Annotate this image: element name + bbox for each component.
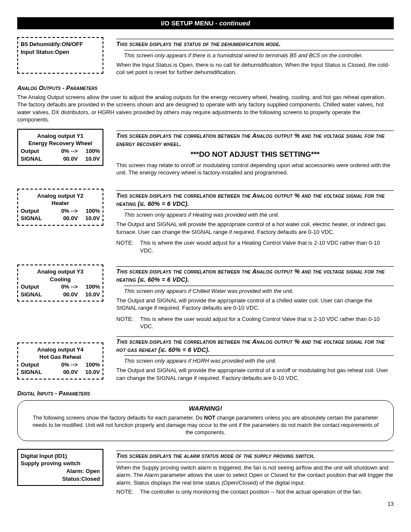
lcd-line: Status:Closed <box>21 475 100 483</box>
lcd-cell: 00.0V <box>53 155 78 163</box>
lcd-line: Supply proving switch <box>21 460 100 467</box>
section-heading: This screen displays the status of the d… <box>116 40 394 48</box>
warning-text: The following screens show the factory d… <box>33 415 204 421</box>
note-text: This is where the user would adjust for … <box>140 315 394 330</box>
italic-note: This screen only appears if there is a h… <box>124 52 394 59</box>
lcd-cell: Output <box>21 147 53 155</box>
section-heading: This screen displays the correlation bet… <box>116 268 394 284</box>
id1-description: This screen displays the alarm status mo… <box>116 449 394 496</box>
italic-note: This screen only appears if Heating was … <box>124 211 394 219</box>
lcd-cell: 0% --> <box>53 361 78 369</box>
note-label: NOTE: <box>116 315 140 330</box>
lcd-cell: 10.0V <box>78 155 100 163</box>
lcd-line: Input Status:Open <box>21 48 100 56</box>
b5-description: This screen displays the status of the d… <box>116 37 394 78</box>
italic-note: This screen only appears if HGRH was pro… <box>124 357 394 365</box>
body-text: When the Supply proving switch alarm is … <box>116 464 394 487</box>
lcd-cell: 100% <box>78 361 100 369</box>
body-text: The Output and SIGNAL will provide the a… <box>116 221 394 236</box>
analog-intro: The Analog Output screens allow the user… <box>17 93 394 124</box>
lcd-b5-dehumidify: B5 Dehumidify:ON/OFF Input Status:Open <box>17 37 103 74</box>
warning-box: WARNING! The following screens show the … <box>17 400 394 441</box>
body-text: This screen may relate to on/off or modu… <box>116 162 394 177</box>
lcd-y2-heater: Analog output Y2 Heater Output 0% --> 10… <box>17 189 103 226</box>
lcd-line: Digital Input (ID1) <box>21 452 100 460</box>
lcd-cell: 10.0V <box>78 291 100 299</box>
lcd-cell: 10.0V <box>78 215 100 222</box>
lcd-cell: 100% <box>78 207 100 215</box>
lcd-cell: 0% --> <box>53 207 78 215</box>
lcd-line: Alarm: Open <box>21 467 100 475</box>
lcd-title: Analog output Y2 <box>21 192 100 200</box>
lcd-cell: SIGNAL <box>21 368 53 376</box>
lcd-cell: Output <box>21 361 53 369</box>
section-heading: This screen displays the correlation bet… <box>116 192 394 208</box>
lcd-cell: SIGNAL <box>21 215 53 222</box>
lcd-subtitle: Hot Gas Reheat <box>21 353 100 361</box>
y4-description: This screen displays the correlation bet… <box>116 335 394 383</box>
lcd-line: B5 Dehumidify:ON/OFF <box>21 40 100 48</box>
body-text: When the Input Status is Open, there is … <box>116 61 394 76</box>
lcd-cell: Output <box>21 283 53 291</box>
y3-description: This screen displays the correlation bet… <box>116 264 394 330</box>
section-heading: This screen displays the alarm status mo… <box>116 452 394 460</box>
lcd-cell: 10.0V <box>78 368 100 376</box>
body-text: The Output and SIGNAL will provide the a… <box>116 367 394 382</box>
note-label: NOTE: <box>116 239 140 254</box>
lcd-subtitle: Energy Recovery Wheel <box>21 140 100 147</box>
lcd-title: Analog output Y3 <box>21 268 100 276</box>
lcd-title: Analog output Y4 <box>21 346 100 354</box>
lcd-cell: 00.0V <box>53 291 78 299</box>
lcd-id1-supply-proving: Digital Input (ID1) Supply proving switc… <box>17 449 103 486</box>
note-label: NOTE: <box>116 488 140 496</box>
lcd-title: Analog output Y1 <box>21 132 100 140</box>
warning-not: NOT <box>204 415 215 421</box>
lcd-subtitle: Heater <box>21 199 100 207</box>
italic-note: This screen only appears if Chilled Wate… <box>124 287 394 295</box>
section-heading: This screen displays the correlation bet… <box>116 132 394 148</box>
page-title-continued: - continued <box>214 19 250 27</box>
lcd-cell: 0% --> <box>53 147 78 155</box>
lcd-cell: 100% <box>78 147 100 155</box>
body-text: The Output and SIGNAL will provide the a… <box>116 297 394 312</box>
digital-inputs-heading: Digital Inputs - Parameters <box>17 389 394 398</box>
lcd-y4-hot-gas-reheat: Analog output Y4 Hot Gas Reheat Output 0… <box>17 342 103 380</box>
lcd-cell: 0% --> <box>53 283 78 291</box>
lcd-y3-cooling: Analog output Y3 Cooling Output 0% --> 1… <box>17 264 103 302</box>
note-text: This is where the user would adjust for … <box>140 239 394 254</box>
lcd-cell: 00.0V <box>53 368 78 376</box>
y1-description: This screen displays the correlation bet… <box>116 129 394 178</box>
section-heading: This screen displays the correlation bet… <box>116 338 394 354</box>
note-text: The controller is only monitoring the co… <box>140 488 394 496</box>
analog-outputs-heading: Analog Outputs - Parameters <box>17 84 394 92</box>
page-title-bar: I/O SETUP MENU - continued <box>17 17 394 29</box>
y2-description: This screen displays the correlation bet… <box>116 189 394 255</box>
page-number: 13 <box>17 500 394 508</box>
warning-body: The following screens show the factory d… <box>31 414 380 436</box>
do-not-adjust: ***DO NOT ADJUST THIS SETTING*** <box>116 150 394 160</box>
lcd-y1-energy-recovery: Analog output Y1 Energy Recovery Wheel O… <box>17 129 103 166</box>
lcd-cell: 00.0V <box>53 215 78 222</box>
lcd-subtitle: Cooling <box>21 276 100 283</box>
lcd-cell: SIGNAL <box>21 291 53 299</box>
lcd-cell: 100% <box>78 283 100 291</box>
warning-title: WARNING! <box>31 404 380 413</box>
lcd-cell: SIGNAL <box>21 155 53 163</box>
page-title: I/O SETUP MENU <box>161 19 213 27</box>
lcd-cell: Output <box>21 207 53 215</box>
